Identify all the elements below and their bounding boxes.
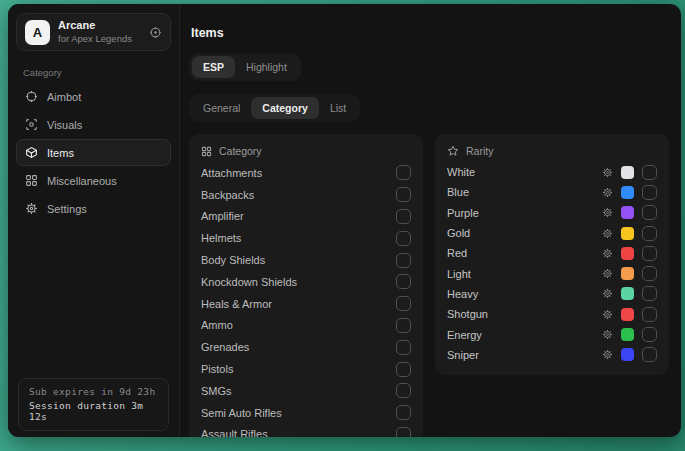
rarity-row[interactable]: Red [447, 243, 657, 263]
rarity-color-swatch[interactable] [621, 267, 634, 280]
rarity-color-swatch[interactable] [621, 308, 634, 321]
rarity-color-swatch[interactable] [621, 166, 634, 179]
rarity-color-swatch[interactable] [621, 348, 634, 361]
mode-option-highlight[interactable]: Highlight [235, 56, 298, 78]
sidebar-item-visuals[interactable]: Visuals [16, 111, 171, 138]
category-row[interactable]: Attachments [201, 162, 411, 184]
rarity-checkbox[interactable] [642, 226, 657, 241]
category-row[interactable]: Semi Auto Rifles [201, 402, 411, 424]
package-icon [25, 146, 38, 159]
rarity-settings-gear-icon[interactable] [602, 248, 613, 259]
rarity-color-swatch[interactable] [621, 287, 634, 300]
category-row[interactable]: Helmets [201, 227, 411, 249]
category-row[interactable]: Amplifier [201, 206, 411, 228]
scan-eye-icon [25, 118, 38, 131]
category-checkbox[interactable] [396, 231, 411, 246]
category-checkbox[interactable] [396, 383, 411, 398]
rarity-settings-gear-icon[interactable] [602, 329, 613, 340]
sidebar-item-label: Miscellaneous [47, 175, 117, 187]
sidebar-item-items[interactable]: Items [16, 139, 171, 166]
category-checkbox[interactable] [396, 427, 411, 437]
main-content: Items ESP Highlight General Category Lis… [180, 4, 681, 437]
rarity-color-swatch[interactable] [621, 206, 634, 219]
page-title: Items [191, 26, 669, 40]
category-row[interactable]: SMGs [201, 380, 411, 402]
rarity-settings-gear-icon[interactable] [602, 187, 613, 198]
rarity-checkbox[interactable] [642, 266, 657, 281]
rarity-settings-gear-icon[interactable] [602, 207, 613, 218]
rarity-checkbox[interactable] [642, 205, 657, 220]
category-checkbox[interactable] [396, 253, 411, 268]
category-checkbox[interactable] [396, 209, 411, 224]
mode-option-esp[interactable]: ESP [192, 56, 235, 78]
category-label: Backpacks [201, 189, 254, 201]
category-checkbox[interactable] [396, 165, 411, 180]
rarity-label: White [447, 166, 475, 178]
rarity-settings-gear-icon[interactable] [602, 288, 613, 299]
category-row[interactable]: Knockdown Shields [201, 271, 411, 293]
target-icon[interactable] [149, 26, 162, 39]
sidebar-item-label: Settings [47, 203, 87, 215]
tab-category[interactable]: Category [251, 97, 319, 119]
rarity-row[interactable]: White [447, 162, 657, 182]
category-checkbox[interactable] [396, 296, 411, 311]
rarity-checkbox[interactable] [642, 165, 657, 180]
crosshair-icon [25, 90, 38, 103]
category-row[interactable]: Heals & Armor [201, 293, 411, 315]
category-row[interactable]: Grenades [201, 336, 411, 358]
rarity-checkbox[interactable] [642, 307, 657, 322]
rarity-row[interactable]: Purple [447, 203, 657, 223]
category-row[interactable]: Pistols [201, 358, 411, 380]
app-title: Arcane [58, 19, 132, 33]
category-checkbox[interactable] [396, 187, 411, 202]
rarity-settings-gear-icon[interactable] [602, 228, 613, 239]
rarity-row[interactable]: Light [447, 263, 657, 283]
rarity-row[interactable]: Energy [447, 324, 657, 344]
rarity-label: Red [447, 247, 467, 259]
rarity-checkbox[interactable] [642, 286, 657, 301]
rarity-panel-title: Rarity [466, 145, 493, 157]
rarity-label: Purple [447, 207, 479, 219]
star-icon [447, 145, 459, 157]
category-list: Attachments Backpacks Amplifier [201, 162, 411, 437]
rarity-checkbox[interactable] [642, 185, 657, 200]
category-label: Attachments [201, 167, 262, 179]
category-checkbox[interactable] [396, 274, 411, 289]
rarity-color-swatch[interactable] [621, 328, 634, 341]
rarity-settings-gear-icon[interactable] [602, 309, 613, 320]
app-window: A Arcane for Apex Legends Category [8, 4, 681, 437]
rarity-row[interactable]: Shotgun [447, 304, 657, 324]
category-row[interactable]: Backpacks [201, 184, 411, 206]
category-checkbox[interactable] [396, 362, 411, 377]
rarity-settings-gear-icon[interactable] [602, 167, 613, 178]
rarity-panel: Rarity White [435, 134, 669, 375]
sidebar-item-aimbot[interactable]: Aimbot [16, 83, 171, 110]
category-checkbox[interactable] [396, 340, 411, 355]
category-row[interactable]: Assault Rifles [201, 424, 411, 437]
app-header-card: A Arcane for Apex Legends [16, 13, 171, 51]
tab-general[interactable]: General [192, 97, 251, 119]
rarity-row[interactable]: Blue [447, 182, 657, 202]
rarity-settings-gear-icon[interactable] [602, 349, 613, 360]
rarity-label: Shotgun [447, 308, 488, 320]
rarity-checkbox[interactable] [642, 327, 657, 342]
sidebar-item-settings[interactable]: Settings [16, 195, 171, 222]
category-row[interactable]: Ammo [201, 315, 411, 337]
category-checkbox[interactable] [396, 405, 411, 420]
rarity-color-swatch[interactable] [621, 186, 634, 199]
session-duration-text: Session duration 3m 12s [29, 400, 158, 422]
rarity-checkbox[interactable] [642, 347, 657, 362]
rarity-settings-gear-icon[interactable] [602, 268, 613, 279]
rarity-row[interactable]: Gold [447, 223, 657, 243]
rarity-row[interactable]: Heavy [447, 284, 657, 304]
rarity-checkbox[interactable] [642, 246, 657, 261]
rarity-color-swatch[interactable] [621, 227, 634, 240]
gear-icon [25, 202, 38, 215]
rarity-color-swatch[interactable] [621, 247, 634, 260]
category-row[interactable]: Body Shields [201, 249, 411, 271]
tab-list[interactable]: List [319, 97, 357, 119]
rarity-row[interactable]: Sniper [447, 345, 657, 365]
category-label: Semi Auto Rifles [201, 407, 282, 419]
category-checkbox[interactable] [396, 318, 411, 333]
sidebar-item-miscellaneous[interactable]: Miscellaneous [16, 167, 171, 194]
